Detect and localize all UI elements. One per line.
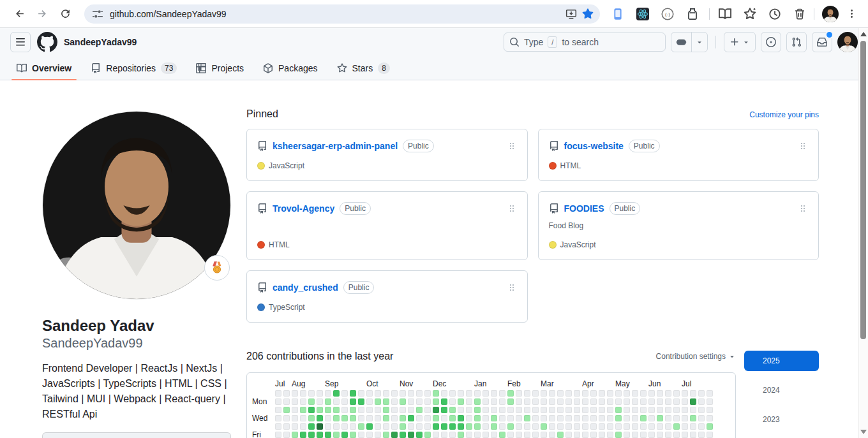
contribution-cell[interactable] — [483, 415, 489, 421]
contribution-cell[interactable] — [574, 423, 580, 430]
contribution-cell[interactable] — [673, 407, 680, 413]
repo-link[interactable]: focus-website — [564, 141, 624, 151]
contribution-cell[interactable] — [690, 398, 696, 405]
contribution-cell[interactable] — [690, 407, 696, 413]
contribution-cell[interactable] — [441, 390, 447, 397]
contribution-cell[interactable] — [507, 432, 514, 438]
contribution-cell[interactable] — [682, 407, 688, 413]
contribution-cell[interactable] — [491, 407, 497, 413]
contribution-cell[interactable] — [599, 423, 605, 430]
year-button-2024[interactable]: 2024 — [744, 380, 819, 400]
contribution-cell[interactable] — [516, 398, 522, 405]
contribution-cell[interactable] — [590, 390, 597, 397]
contribution-cell[interactable] — [325, 407, 331, 413]
contribution-cell[interactable] — [582, 398, 588, 405]
contribution-cell[interactable] — [383, 407, 389, 413]
contribution-cell[interactable] — [707, 407, 713, 413]
contribution-cell[interactable] — [383, 423, 389, 430]
contribution-cell[interactable] — [449, 432, 456, 438]
contribution-cell[interactable] — [375, 432, 381, 438]
contribution-cell[interactable] — [391, 390, 398, 397]
notifications-button[interactable] — [812, 32, 832, 52]
tab-overview[interactable]: Overview — [11, 56, 77, 80]
issues-button[interactable] — [761, 32, 781, 52]
back-button[interactable] — [9, 4, 29, 24]
contribution-cell[interactable] — [599, 398, 605, 405]
contribution-cell[interactable] — [300, 390, 306, 397]
contribution-cell[interactable] — [648, 407, 655, 413]
contribution-cell[interactable] — [375, 415, 381, 421]
contribution-cell[interactable] — [565, 398, 572, 405]
contribution-cell[interactable] — [607, 415, 613, 421]
contribution-cell[interactable] — [333, 432, 340, 438]
contribution-cell[interactable] — [391, 432, 398, 438]
contribution-cell[interactable] — [391, 398, 398, 405]
contribution-cell[interactable] — [300, 423, 306, 430]
contribution-cell[interactable] — [375, 390, 381, 397]
contribution-cell[interactable] — [474, 415, 481, 421]
contribution-cell[interactable] — [350, 432, 356, 438]
contribution-cell[interactable] — [491, 415, 497, 421]
contribution-cell[interactable] — [524, 423, 530, 430]
copilot-icon[interactable] — [671, 33, 691, 52]
contribution-cell[interactable] — [532, 398, 539, 405]
contribution-cell[interactable] — [599, 415, 605, 421]
drag-handle-icon[interactable] — [507, 282, 517, 293]
contribution-cell[interactable] — [474, 390, 481, 397]
contribution-cell[interactable] — [682, 415, 688, 421]
contribution-cell[interactable] — [624, 432, 630, 438]
contribution-cell[interactable] — [449, 390, 456, 397]
contribution-cell[interactable] — [632, 415, 638, 421]
contribution-cell[interactable] — [391, 415, 398, 421]
contribution-cell[interactable] — [375, 407, 381, 413]
contribution-cell[interactable] — [557, 407, 564, 413]
contribution-cell[interactable] — [624, 415, 630, 421]
contribution-cell[interactable] — [698, 407, 705, 413]
contribution-cell[interactable] — [624, 398, 630, 405]
contribution-cell[interactable] — [317, 398, 323, 405]
contribution-cell[interactable] — [599, 390, 605, 397]
contribution-cell[interactable] — [458, 423, 464, 430]
repo-link[interactable]: FOODIES — [564, 203, 604, 214]
contribution-cell[interactable] — [557, 390, 564, 397]
contribution-cell[interactable] — [292, 390, 298, 397]
contribution-cell[interactable] — [673, 432, 680, 438]
contribution-cell[interactable] — [524, 390, 530, 397]
contribution-cell[interactable] — [325, 415, 331, 421]
contribution-cell[interactable] — [615, 390, 622, 397]
contribution-cell[interactable] — [424, 415, 431, 421]
contribution-cell[interactable] — [275, 432, 281, 438]
contribution-cell[interactable] — [333, 415, 340, 421]
contribution-cell[interactable] — [673, 415, 680, 421]
profile-avatar[interactable] — [42, 111, 231, 300]
contribution-cell[interactable] — [499, 415, 505, 421]
contribution-cell[interactable] — [366, 432, 373, 438]
contribution-cell[interactable] — [283, 415, 290, 421]
contribution-cell[interactable] — [632, 390, 638, 397]
contribution-cell[interactable] — [673, 398, 680, 405]
reading-list-icon[interactable] — [719, 8, 731, 20]
contribution-cell[interactable] — [366, 415, 373, 421]
contribution-cell[interactable] — [615, 398, 622, 405]
contribution-cell[interactable] — [308, 432, 315, 438]
contribution-cell[interactable] — [590, 432, 597, 438]
contribution-cell[interactable] — [590, 398, 597, 405]
contribution-cell[interactable] — [408, 407, 414, 413]
contribution-cell[interactable] — [507, 423, 514, 430]
contribution-cell[interactable] — [516, 415, 522, 421]
contribution-cell[interactable] — [433, 390, 439, 397]
contribution-cell[interactable] — [541, 423, 547, 430]
contribution-cell[interactable] — [449, 398, 456, 405]
contribution-cell[interactable] — [565, 423, 572, 430]
contribution-cell[interactable] — [300, 407, 306, 413]
contribution-cell[interactable] — [665, 432, 671, 438]
repo-link[interactable]: candy_crushed — [273, 282, 338, 293]
contribution-cell[interactable] — [507, 398, 514, 405]
contribution-cell[interactable] — [615, 423, 622, 430]
contribution-cell[interactable] — [707, 398, 713, 405]
scrollbar-up-arrow[interactable] — [860, 32, 867, 36]
contribution-cell[interactable] — [474, 398, 481, 405]
contribution-cell[interactable] — [308, 423, 315, 430]
contribution-cell[interactable] — [549, 398, 555, 405]
phone-extension-icon[interactable] — [611, 8, 624, 20]
